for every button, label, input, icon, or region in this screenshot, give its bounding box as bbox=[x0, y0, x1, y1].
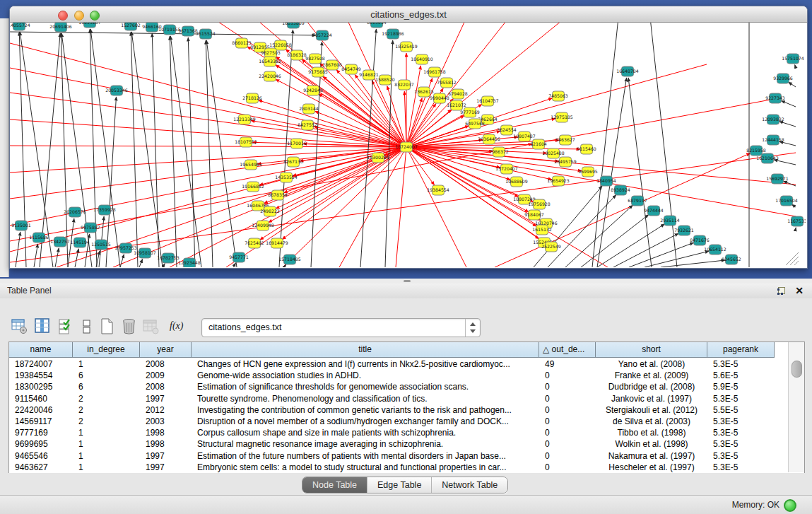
network-node[interactable]: 2498222 bbox=[260, 206, 280, 216]
network-node[interactable]: 17016504 bbox=[775, 196, 798, 206]
network-node[interactable]: 2803144 bbox=[299, 104, 319, 114]
network-node[interactable]: 9671368 bbox=[178, 26, 198, 36]
network-node[interactable]: 19384554 bbox=[427, 185, 449, 195]
network-node[interactable]: 7515524 bbox=[196, 29, 216, 39]
create-column-button[interactable] bbox=[99, 318, 116, 335]
window-resize-grip[interactable] bbox=[790, 257, 799, 265]
network-node[interactable]: 15751074 bbox=[782, 54, 804, 64]
network-node[interactable]: 20691406 bbox=[49, 23, 72, 32]
network-node[interactable]: 1115686 bbox=[29, 233, 49, 243]
table-row[interactable]: 1938455462009Genome-wide association stu… bbox=[9, 370, 787, 381]
network-node[interactable]: 6497568 bbox=[465, 119, 485, 129]
table-row[interactable]: 2242004622012Investigating the contribut… bbox=[9, 404, 787, 416]
network-node[interactable]: 12093832 bbox=[762, 115, 784, 124]
network-node[interactable]: 15718485 bbox=[278, 255, 301, 264]
table-select-dropdown[interactable]: citations_edges.txt bbox=[201, 318, 481, 337]
table-row[interactable]: 946554611997Estimation of the future num… bbox=[9, 450, 787, 462]
network-node[interactable]: 19166852 bbox=[242, 182, 264, 192]
network-node[interactable]: 9115460 bbox=[577, 144, 596, 154]
column-header-pagerank[interactable]: pagerank bbox=[707, 342, 775, 358]
tab-network-table[interactable]: Network Table bbox=[432, 477, 507, 493]
table-row[interactable]: 911546021997Tourette syndrome. Phenomeno… bbox=[9, 393, 787, 404]
table-scrollbar-thumb[interactable] bbox=[792, 361, 802, 378]
panel-divider-handle[interactable] bbox=[404, 280, 411, 282]
column-header-in_degree[interactable]: in_degree bbox=[73, 342, 140, 358]
network-node[interactable]: 12409948 bbox=[252, 221, 274, 230]
network-node[interactable]: 7955812 bbox=[437, 78, 457, 88]
network-node[interactable]: 10653287 bbox=[78, 23, 101, 28]
network-node[interactable]: 1250515 bbox=[91, 240, 111, 250]
network-node[interactable]: 2935114 bbox=[660, 216, 680, 226]
float-panel-button[interactable] bbox=[777, 287, 785, 295]
column-header-out_de[interactable]: △ out_de... bbox=[539, 342, 596, 358]
network-node[interactable]: 7485063 bbox=[548, 91, 568, 101]
network-node[interactable]: 9975887 bbox=[81, 223, 100, 233]
network-node[interactable]: 1527602 bbox=[121, 23, 141, 30]
network-node[interactable]: 17359928 bbox=[93, 205, 116, 215]
network-node[interactable]: 621604 bbox=[530, 139, 547, 149]
network-node[interactable]: 8322037 bbox=[394, 80, 414, 90]
table-row[interactable]: 977716911998Corpus callosum shape and si… bbox=[9, 427, 787, 438]
select-all-rows-button[interactable] bbox=[58, 318, 75, 335]
tab-node-table[interactable]: Node Table bbox=[302, 477, 367, 493]
network-node[interactable]: 16033809 bbox=[282, 23, 305, 28]
network-node[interactable]: 9135001 bbox=[11, 221, 31, 230]
network-node[interactable]: 12213349 bbox=[233, 115, 256, 124]
network-node[interactable]: 9463627 bbox=[555, 135, 575, 145]
network-node[interactable]: 16914479 bbox=[266, 238, 288, 248]
network-node[interactable]: 8471676 bbox=[690, 235, 710, 245]
network-node[interactable]: 9699695 bbox=[578, 167, 598, 177]
network-node[interactable]: 9990448 bbox=[430, 93, 449, 103]
tab-edge-table[interactable]: Edge Table bbox=[367, 477, 432, 493]
network-window-titlebar[interactable]: citations_edges.txt bbox=[10, 6, 807, 23]
network-node[interactable]: 26495759 bbox=[554, 157, 577, 167]
table-row[interactable]: 969969511998Structural magnetic resonanc… bbox=[9, 438, 787, 450]
column-header-name[interactable]: name bbox=[9, 342, 73, 358]
network-node[interactable]: 1621072 bbox=[447, 100, 466, 110]
network-node[interactable]: 7857224 bbox=[312, 30, 332, 40]
network-node[interactable]: 18107552 bbox=[235, 137, 257, 147]
network-node[interactable]: 22420046 bbox=[259, 71, 281, 81]
network-node[interactable]: 10654112 bbox=[704, 245, 726, 255]
network-node[interactable]: 15720407 bbox=[495, 164, 518, 174]
network-node[interactable]: 8267130 bbox=[283, 157, 303, 167]
network-node[interactable]: 8938924 bbox=[611, 185, 630, 195]
network-node[interactable]: 1145194 bbox=[70, 238, 90, 247]
network-node[interactable]: 9242848 bbox=[303, 86, 323, 95]
network-node[interactable]: 10719155 bbox=[158, 25, 181, 35]
network-node[interactable]: 2718126 bbox=[242, 93, 262, 103]
network-node[interactable]: 16648784 bbox=[616, 66, 639, 76]
network-node[interactable]: 18640910 bbox=[411, 54, 433, 64]
network-node[interactable]: 12975185 bbox=[551, 112, 573, 122]
network-node[interactable]: 12444158 bbox=[762, 135, 784, 145]
network-node[interactable]: 1167533 bbox=[787, 216, 806, 226]
network-node[interactable]: 18325419 bbox=[395, 42, 418, 52]
network-node[interactable]: 7625402 bbox=[245, 238, 264, 248]
close-panel-button[interactable]: ✕ bbox=[795, 285, 804, 296]
clear-selection-button[interactable] bbox=[78, 318, 95, 335]
network-node[interactable]: 9184067 bbox=[524, 210, 544, 220]
network-node[interactable]: 8186328 bbox=[287, 50, 307, 60]
delete-columns-button[interactable] bbox=[121, 318, 138, 335]
network-node[interactable]: 16104737 bbox=[476, 96, 499, 106]
dropdown-stepper[interactable] bbox=[465, 319, 480, 337]
function-builder-button[interactable]: f(x) bbox=[170, 320, 183, 332]
column-header-title[interactable]: title bbox=[192, 342, 539, 358]
network-node[interactable]: 16543382 bbox=[259, 57, 281, 66]
show-columns-button[interactable] bbox=[35, 318, 52, 335]
citation-network-graph[interactable]: 1872400714055724206914061065328715276029… bbox=[10, 23, 806, 267]
network-node[interactable]: 6794028 bbox=[448, 89, 468, 99]
network-node[interactable]: 1840954 bbox=[596, 176, 616, 186]
network-node[interactable]: 9175685 bbox=[308, 67, 328, 77]
window-resize-grip[interactable] bbox=[794, 261, 799, 265]
column-header-short[interactable]: short bbox=[596, 342, 707, 358]
network-node[interactable]: 9457771 bbox=[229, 252, 249, 262]
panel-divider[interactable] bbox=[0, 279, 812, 284]
table-row[interactable]: 1456911722003Disruption of a novel membe… bbox=[9, 416, 787, 427]
table-row[interactable]: 946362711997Embryonic stem cells: a mode… bbox=[9, 462, 787, 473]
network-window[interactable]: citations_edges.txt 18724007140557242069… bbox=[9, 6, 808, 269]
network-node[interactable]: 9245652 bbox=[722, 255, 741, 264]
network-node[interactable]: 19218986 bbox=[382, 29, 404, 39]
network-node[interactable]: 8660123 bbox=[232, 38, 252, 48]
network-node[interactable]: 16961758 bbox=[423, 67, 446, 77]
